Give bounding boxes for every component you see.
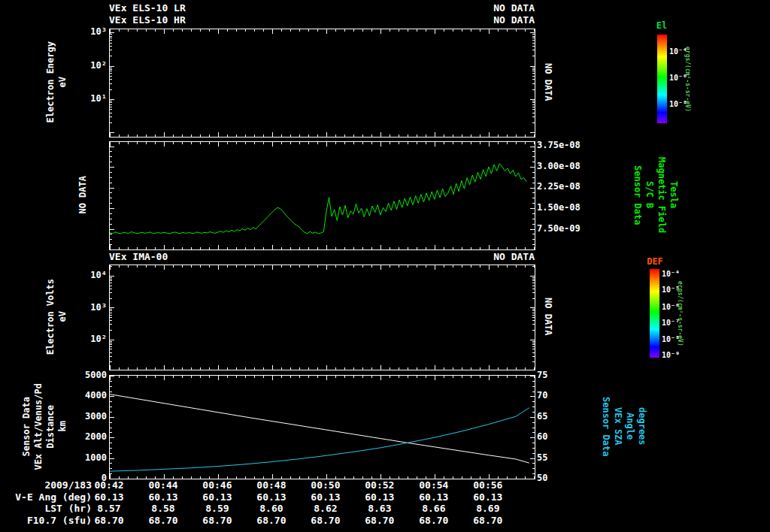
bottom-right-ytick-labels: 757065605550 (537, 375, 559, 478)
mag-side-label-scb: S/C B (644, 181, 655, 208)
tick-label: 3.00e-08 (537, 161, 581, 171)
ima-title: VEx IMA-00 (109, 251, 168, 262)
column-value: 68.70 (94, 515, 123, 526)
ima-ylabel: Electron Volts eV (39, 264, 74, 369)
mag-canvas (110, 142, 535, 249)
column-value: 00:46 (202, 479, 232, 491)
bottom-right-labels: Sensor Data VEx SZA Angle degrees (600, 375, 648, 478)
ima-nodata-text: NO DATA (543, 298, 553, 336)
colorbar-def-title: DEF (641, 256, 668, 267)
column-value: 68.70 (256, 515, 286, 526)
column-value: 8.57 (97, 503, 120, 514)
bottom-left-label-distance: Distance (45, 405, 56, 449)
column-value: 60.13 (256, 491, 286, 503)
colorbar-el-units-text: ergs/(cm²-s-sr-eV) (684, 47, 691, 112)
date-label: 2009/183 (0, 479, 92, 491)
els-hr-title-row: VEx ELS-10 HR NO DATA (109, 14, 535, 26)
column-value: 60.13 (311, 491, 340, 503)
mag-nodata-vertical: NO DATA (75, 141, 90, 249)
els-ylabel-main: Electron Energy (45, 41, 56, 122)
tick-label: 65 (537, 411, 547, 422)
ima-ylabel-main: Electron Volts (45, 279, 56, 355)
els-lr-status: NO DATA (493, 2, 535, 14)
column-value: 8.59 (205, 503, 229, 514)
ima-nodata-vertical: NO DATA (541, 264, 555, 369)
els-panel (109, 29, 535, 138)
els-hr-title: VEx ELS-10 HR (109, 14, 186, 26)
mag-side-label-tesla: Tesla (668, 181, 679, 208)
els-canvas (110, 29, 535, 137)
tick-label: 10¹ (90, 93, 107, 104)
column-value: 60.13 (473, 491, 502, 503)
column-value: 8.60 (259, 503, 283, 514)
row-label-ve-ang: V-E Ang (deg) (0, 491, 92, 503)
tick-label: 2000 (85, 431, 107, 442)
column-value: 00:54 (419, 479, 448, 491)
mag-side-label-magnetic-field: Magnetic Field (656, 157, 667, 233)
column-value: 60.13 (419, 491, 448, 503)
els-nodata-vertical: NO DATA (541, 29, 555, 136)
bottom-right-label-sensor-data: Sensor Data (601, 397, 611, 456)
tick-label: 60 (537, 431, 547, 442)
ima-status: NO DATA (493, 251, 535, 262)
column-value: 68.70 (365, 515, 394, 526)
tick-label: 10³ (90, 302, 107, 313)
tick-label: 4000 (85, 390, 107, 401)
row-label-lst: LST (hr) (0, 503, 92, 514)
column-value: 00:48 (256, 479, 286, 491)
column-value: 68.70 (148, 515, 177, 526)
els-ylabel-unit: eV (57, 77, 68, 87)
tick-label: 10² (90, 334, 107, 344)
tick-label: 1000 (85, 452, 107, 463)
tick-label: 3.75e-08 (537, 140, 581, 150)
bottom-canvas (110, 376, 535, 479)
els-ytick-labels: 10³10²10¹ (75, 29, 107, 136)
ima-ytick-labels: 10⁴10³10² (75, 264, 107, 369)
column-value: 68.70 (419, 515, 448, 526)
bottom-left-labels: Sensor Data VEx Alt/Venus/Pd Distance km (14, 375, 75, 478)
column-value: 00:52 (365, 479, 394, 491)
bottom-panel (109, 375, 535, 479)
column-value: 68.70 (311, 515, 340, 526)
column-value: 00:56 (473, 479, 502, 491)
els-ylabel: Electron Energy eV (39, 29, 74, 136)
mag-side-label-sensor-data: Sensor Data (632, 165, 643, 225)
mag-ytick-labels: 3.75e-083.00e-082.25e-081.50e-087.50e-09 (537, 141, 591, 249)
column-value: 60.13 (365, 491, 394, 503)
colorbar-el-gradient (657, 35, 667, 123)
column-value: 60.13 (94, 491, 123, 503)
row-label-f107: F10.7 (sfu) (0, 515, 92, 526)
column-value: 68.70 (202, 515, 232, 526)
tick-label: 10⁴ (90, 270, 107, 280)
column-value: 00:42 (94, 479, 123, 491)
tick-label: 10³ (90, 26, 107, 37)
tick-label: 7.50e-09 (537, 223, 581, 234)
colorbar-def-gradient (650, 269, 659, 358)
column-value: 60.13 (148, 491, 177, 503)
tick-label: 1.50e-08 (537, 202, 581, 213)
colorbar-el-title: El (651, 20, 672, 31)
column-value: 00:50 (311, 479, 340, 491)
colorbar-def-units-text: ergs/(cm²-s-sr-eV) (677, 281, 684, 346)
tick-label: 55 (537, 452, 547, 463)
els-lr-title: VEx ELS-10 LR (109, 2, 186, 14)
els-nodata-text: NO DATA (543, 63, 553, 101)
tick-label: 70 (537, 390, 547, 401)
ima-panel (109, 264, 535, 370)
table-row-ve-ang: V-E Ang (deg) 60.1360.1360.1360.1360.136… (0, 491, 770, 503)
table-row-f107: F10.7 (sfu) 68.7068.7068.7068.7068.7068.… (0, 515, 770, 526)
ima-title-row: VEx IMA-00 NO DATA (109, 251, 535, 262)
bottom-right-label-degrees: degrees (637, 407, 647, 446)
ima-ylabel-unit: eV (57, 311, 68, 322)
tick-label: 3000 (85, 411, 107, 422)
bottom-left-label-km: km (57, 421, 68, 431)
time-axis-row: 2009/183 00:4200:4400:4600:4800:5000:520… (0, 479, 770, 491)
bottom-right-label-sza: VEx SZA (613, 407, 623, 446)
column-value: 8.58 (151, 503, 174, 514)
tick-label: 75 (537, 370, 547, 380)
bottom-right-label-angle: Angle (625, 413, 635, 440)
table-row-lst: LST (hr) 8.578.588.598.608.628.638.668.6… (0, 503, 770, 514)
column-value: 8.63 (368, 503, 391, 514)
ima-canvas (110, 265, 535, 370)
mag-side-labels: Sensor Data S/C B Magnetic Field Tesla (632, 141, 680, 249)
